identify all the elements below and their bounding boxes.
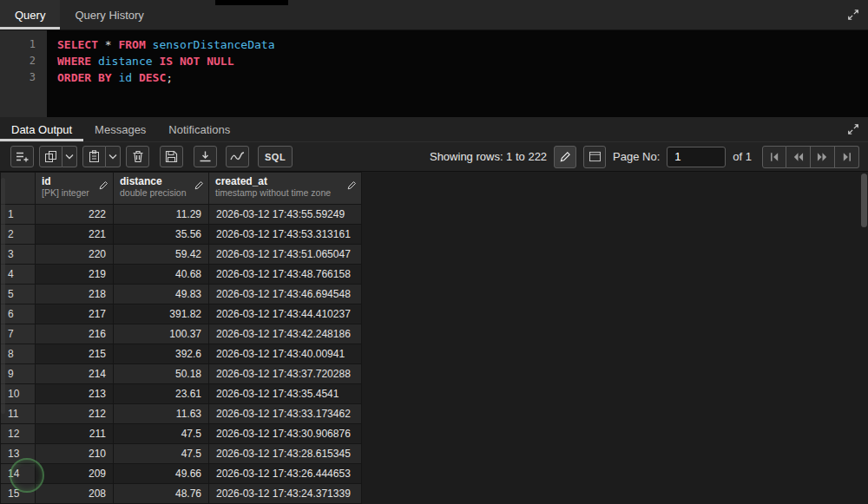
maximize-panel-button[interactable] (838, 0, 868, 29)
cell-id[interactable]: 219 (36, 265, 114, 285)
row-number[interactable]: 2 (1, 225, 36, 245)
cell-created-at[interactable]: 2026-03-12 17:43:46.694548 (209, 285, 362, 304)
code-line[interactable]: SELECT * FROM sensorDistanceData (57, 36, 274, 53)
cell-id[interactable]: 214 (36, 364, 114, 384)
cell-id[interactable]: 218 (36, 285, 114, 304)
tab-query-history[interactable]: Query History (60, 0, 158, 29)
left-scrollbar[interactable] (1, 178, 5, 414)
tab-query[interactable]: Query (0, 0, 60, 29)
edit-rows-button[interactable] (554, 146, 576, 168)
output-tabbar: Data Output Messages Notifications (0, 117, 868, 142)
cell-distance[interactable]: 35.56 (114, 225, 209, 245)
cell-distance[interactable]: 100.37 (114, 324, 209, 344)
row-number[interactable]: 7 (1, 324, 36, 344)
cell-distance[interactable]: 47.5 (114, 444, 209, 464)
sql-code[interactable]: SELECT * FROM sensorDistanceDataWHERE di… (47, 30, 274, 117)
cell-created-at[interactable]: 2026-03-12 17:43:55.59249 (209, 205, 362, 225)
table-row: 421940.682026-03-12 17:43:48.766158 (1, 265, 362, 285)
paste-options-button[interactable] (106, 146, 121, 167)
cell-id[interactable]: 212 (36, 404, 114, 424)
maximize-output-button[interactable] (838, 117, 868, 141)
cell-id[interactable]: 220 (36, 245, 114, 265)
cell-id[interactable]: 215 (36, 344, 114, 364)
cell-created-at[interactable]: 2026-03-12 17:43:48.766158 (209, 265, 362, 285)
code-line[interactable]: ORDER BY id DESC; (57, 69, 274, 86)
row-number[interactable]: 1 (1, 205, 36, 225)
cell-id[interactable]: 213 (36, 384, 114, 404)
cell-created-at[interactable]: 2026-03-12 17:43:30.906876 (209, 424, 362, 444)
add-row-button[interactable] (10, 146, 34, 167)
cell-created-at[interactable]: 2026-03-12 17:43:28.615345 (209, 444, 362, 464)
cell-distance[interactable]: 392.6 (114, 344, 209, 364)
cell-id[interactable]: 208 (36, 484, 114, 504)
graph-visualiser-button[interactable] (226, 146, 249, 167)
vertical-scrollbar[interactable] (861, 173, 867, 502)
code-line[interactable]: WHERE distance IS NOT NULL (57, 53, 274, 69)
cell-created-at[interactable]: 2026-03-12 17:43:26.444653 (209, 464, 362, 484)
row-number[interactable]: 3 (1, 245, 36, 265)
previous-page-button[interactable] (786, 146, 811, 168)
column-header-id[interactable]: id [PK] integer (36, 173, 114, 205)
cell-distance[interactable]: 40.68 (114, 265, 209, 285)
cell-distance[interactable]: 11.29 (114, 205, 209, 225)
row-number[interactable]: 6 (1, 304, 36, 324)
cell-id[interactable]: 210 (36, 444, 114, 464)
copy-button[interactable] (39, 146, 62, 167)
row-number[interactable]: 9 (1, 364, 36, 384)
edit-column-icon[interactable] (194, 180, 204, 190)
cell-distance[interactable]: 48.76 (114, 484, 209, 504)
cell-distance[interactable]: 50.18 (114, 364, 209, 384)
scrollbar-thumb[interactable] (861, 173, 867, 227)
paste-button[interactable] (82, 146, 106, 167)
cell-created-at[interactable]: 2026-03-12 17:43:37.720288 (209, 364, 362, 384)
cell-created-at[interactable]: 2026-03-12 17:43:44.410237 (209, 304, 362, 324)
sql-editor[interactable]: 123 SELECT * FROM sensorDistanceDataWHER… (0, 30, 868, 117)
row-number[interactable]: 10 (1, 384, 36, 404)
row-number[interactable]: 4 (1, 265, 36, 285)
cell-created-at[interactable]: 2026-03-12 17:43:51.065047 (209, 245, 362, 265)
column-header-distance[interactable]: distance double precision (114, 173, 209, 205)
cell-distance[interactable]: 49.66 (114, 464, 209, 484)
row-number[interactable]: 8 (1, 344, 36, 364)
cell-distance[interactable]: 11.63 (114, 404, 209, 424)
cell-created-at[interactable]: 2026-03-12 17:43:35.4541 (209, 384, 362, 404)
column-header-created-at[interactable]: created_at timestamp without time zone (209, 173, 362, 205)
cell-created-at[interactable]: 2026-03-12 17:43:42.248186 (209, 324, 362, 344)
cell-distance[interactable]: 49.83 (114, 285, 209, 304)
page-no-input[interactable] (667, 147, 726, 167)
show-sql-button[interactable]: SQL (258, 146, 293, 167)
cell-id[interactable]: 222 (36, 205, 114, 225)
cell-created-at[interactable]: 2026-03-12 17:43:33.173462 (209, 404, 362, 424)
window-settings-button[interactable] (583, 146, 606, 168)
save-results-to-file-button[interactable] (194, 146, 217, 167)
cell-created-at[interactable]: 2026-03-12 17:43:24.371339 (209, 484, 362, 504)
cell-distance[interactable]: 23.61 (114, 384, 209, 404)
cell-id[interactable]: 211 (36, 424, 114, 444)
row-number[interactable]: 11 (1, 404, 36, 424)
last-page-icon (841, 152, 852, 162)
tab-notifications[interactable]: Notifications (157, 117, 241, 141)
cell-distance[interactable]: 391.82 (114, 304, 209, 324)
last-page-button[interactable] (835, 146, 859, 168)
cell-created-at[interactable]: 2026-03-12 17:43:40.00941 (209, 344, 362, 364)
edit-column-icon[interactable] (347, 180, 357, 190)
save-data-button[interactable] (160, 146, 183, 167)
cell-id[interactable]: 217 (36, 304, 114, 324)
delete-row-button[interactable] (126, 146, 149, 167)
copy-options-button[interactable] (62, 146, 77, 167)
cell-id[interactable]: 209 (36, 464, 114, 484)
edit-column-icon[interactable] (99, 180, 108, 190)
row-number[interactable]: 5 (1, 285, 36, 304)
row-number[interactable]: 12 (1, 424, 36, 444)
line-number: 2 (0, 53, 47, 69)
cell-distance[interactable]: 47.5 (114, 424, 209, 444)
tab-data-output[interactable]: Data Output (0, 117, 83, 141)
first-page-button[interactable] (762, 146, 786, 168)
next-page-button[interactable] (811, 146, 835, 168)
cell-distance[interactable]: 59.42 (114, 245, 209, 265)
corner-header[interactable] (1, 173, 36, 205)
cell-created-at[interactable]: 2026-03-12 17:43:53.313161 (209, 225, 362, 245)
cell-id[interactable]: 221 (36, 225, 114, 245)
tab-messages[interactable]: Messages (83, 117, 157, 141)
cell-id[interactable]: 216 (36, 324, 114, 344)
